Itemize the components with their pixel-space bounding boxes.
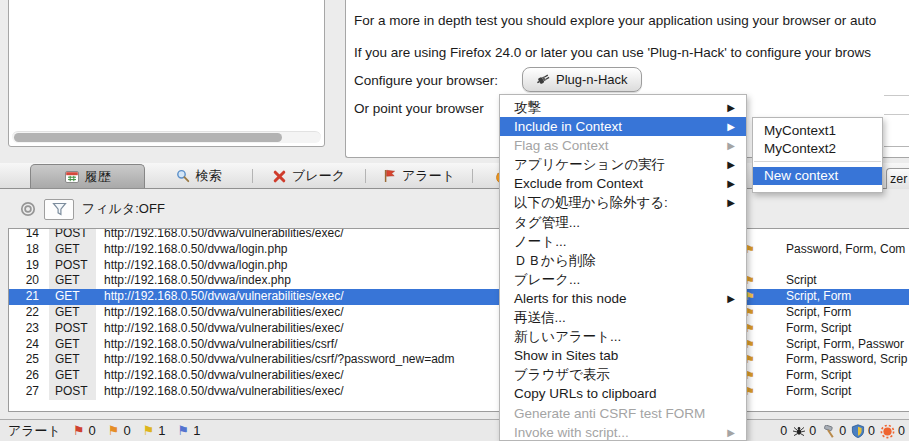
configure-browser-label: Configure your browser: [354,73,498,88]
menu-item[interactable]: アプリケーションの実行▶ [500,155,746,174]
tab-fuzzer-fragment[interactable]: zer [886,168,909,189]
table-row[interactable]: 24GEThttp://192.168.0.50/dvwa/vulnerabil… [9,337,909,353]
row-tags: Form, Script [786,321,851,337]
context-menu: 攻撃▶Include in Context▶Flag as Context▶アプ… [499,94,747,441]
row-tags: Script, Form [786,289,851,305]
hammer-icon [821,425,836,438]
include-in-context-submenu: MyContext1MyContext2New context [752,117,883,193]
counter-value: 0 [839,424,846,438]
row-tags: Script, Form, Passwor [786,337,904,353]
row-method: GET [49,352,96,368]
scan-counter: 0 [880,424,905,439]
break-x-icon [273,170,286,183]
menu-item[interactable]: ＤＢから削除 [500,251,746,270]
submenu-arrow-icon: ▶ [727,193,735,212]
tab-break[interactable]: ブレーク [253,164,365,188]
tab-search[interactable]: 検索 [145,164,252,188]
tab-break-label: ブレーク [292,167,345,185]
menu-item[interactable]: Include in Context▶ [500,117,746,136]
row-method: GET [49,242,96,258]
menu-item-label: Copy URLs to clipboard [514,386,657,401]
horizontal-scrollbar[interactable] [12,131,321,143]
row-id: 25 [9,352,49,368]
row-id: 24 [9,337,49,353]
counter-value: 0 [868,424,875,438]
filter-funnel-button[interactable] [44,199,74,220]
counter-value: 0 [809,424,816,438]
table-row[interactable]: 14POSThttp://192.168.0.50/dvwa/vulnerabi… [9,228,909,242]
menu-item[interactable]: Show in Sites tab [500,346,746,365]
tab-alerts[interactable]: アラート [366,164,472,188]
table-row[interactable]: 25GEThttp://192.168.0.50/dvwa/vulnerabil… [9,352,909,368]
menu-item[interactable]: ブレーク... [500,270,746,289]
row-method: GET [49,368,96,384]
menu-item-label: アプリケーションの実行 [514,157,665,172]
row-id: 23 [9,321,49,337]
table-row[interactable]: 20GEThttp://192.168.0.50/dvwa/index.php⚑… [9,273,909,289]
row-method: GET [49,337,96,353]
orange-flag-icon[interactable]: ⚑ [108,423,120,438]
tab-history[interactable]: 履歴 [30,164,145,188]
submenu-arrow-icon: ▶ [727,155,735,174]
row-method: POST [49,258,96,274]
menu-item[interactable]: 以下の処理から除外する:▶ [500,193,746,212]
plug-n-hack-label: Plug-n-Hack [556,72,628,87]
menu-item[interactable]: 再送信... [500,308,746,327]
menu-item[interactable]: Alerts for this node▶ [500,289,746,308]
menu-item-label: ノート... [514,234,566,249]
row-id: 19 [9,258,49,274]
submenu-arrow-icon: ▶ [727,289,735,308]
menu-item-label: 新しいアラート... [514,329,621,344]
table-row[interactable]: 23POSThttp://192.168.0.50/dvwa/vulnerabi… [9,321,909,337]
blue-flag-icon[interactable]: ⚑ [178,423,190,438]
yellow-flag-icon[interactable]: ⚑ [143,423,155,438]
menu-item[interactable]: 攻撃▶ [500,98,746,117]
table-row[interactable]: 19POSThttp://192.168.0.50/dvwa/login.php [9,258,909,274]
table-row[interactable]: 26GEThttp://192.168.0.50/dvwa/vulnerabil… [9,368,909,384]
table-row[interactable]: 22GEThttp://192.168.0.50/dvwa/vulnerabil… [9,305,909,321]
configure-browser-row: Configure your browser: Plug-n-Hack [354,73,498,88]
menu-item-label: Show in Sites tab [514,348,618,363]
row-tags: Script, Form [786,305,851,321]
row-tags: Script [786,273,817,289]
menu-item: Invoke with script...▶ [500,423,746,441]
submenu-item[interactable]: MyContext2 [753,140,882,158]
submenu-arrow-icon: ▶ [727,117,735,136]
alert-count: 1 [193,423,200,438]
row-method: GET [49,289,96,305]
table-row[interactable]: 18GEThttp://192.168.0.50/dvwa/login.php⚑… [9,242,909,258]
status-bar: アラート ⚑0⚑0⚑1⚑1 00000 [0,419,909,441]
menu-item[interactable]: タグ管理... [500,213,746,232]
menu-item-label: タグ管理... [514,215,580,230]
table-row[interactable]: 27POSThttp://192.168.0.50/dvwa/vulnerabi… [9,384,909,400]
spider-icon [792,425,806,437]
menu-item-label: Invoke with script... [514,425,629,440]
tab-alerts-label: アラート [402,167,455,185]
plug-icon [536,73,551,86]
menu-item[interactable]: ノート... [500,232,746,251]
menu-item[interactable]: ブラウザで表示 [500,365,746,384]
menu-item[interactable]: 新しいアラート... [500,327,746,346]
menu-item: Flag as Context▶ [500,136,746,155]
row-method: POST [49,384,96,400]
submenu-arrow-icon: ▶ [727,423,735,441]
history-table: 14POSThttp://192.168.0.50/dvwa/vulnerabi… [8,228,909,412]
scrollbar-thumb[interactable] [14,133,282,142]
plug-n-hack-button[interactable]: Plug-n-Hack [522,67,642,92]
scan-icon [880,424,895,439]
menu-item-label: Flag as Context [514,138,609,153]
menu-item[interactable]: Copy URLs to clipboard [500,384,746,403]
menu-item[interactable]: Exclude from Context▶ [500,174,746,193]
menu-item-label: ブレーク... [514,272,580,287]
menu-item-label: 再送信... [514,310,566,325]
quickstart-line2: If you are using Firefox 24.0 or later y… [354,45,871,60]
row-method: POST [49,321,96,337]
menu-item-label: Generate anti CSRF test FORM [514,406,705,421]
row-id: 21 [9,289,49,305]
history-filter-bar: フィルタ:OFF [0,192,909,226]
red-flag-icon[interactable]: ⚑ [73,423,85,438]
target-scope-icon[interactable] [20,201,36,217]
submenu-item[interactable]: New context [753,167,882,185]
submenu-item[interactable]: MyContext1 [753,122,882,140]
table-row[interactable]: 21GEThttp://192.168.0.50/dvwa/vulnerabil… [9,289,909,305]
